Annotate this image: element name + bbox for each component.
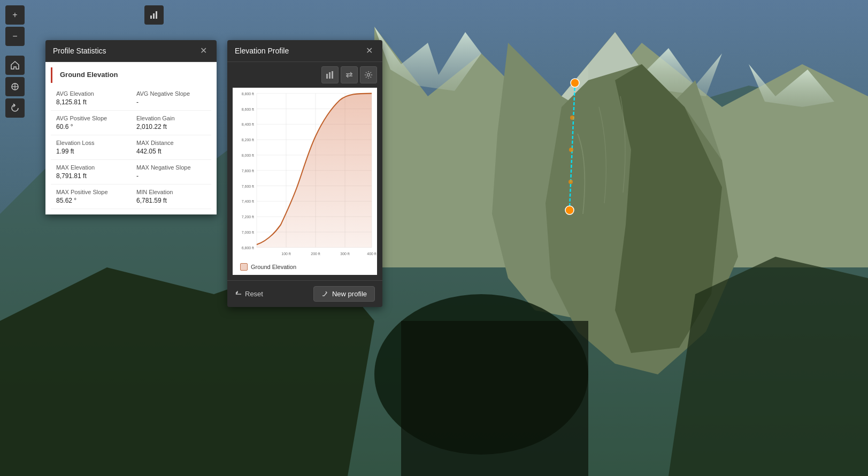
svg-point-20 [569,180,573,184]
home-button[interactable] [5,56,25,75]
stat-max-distance-value: 442.05 ft [136,148,206,155]
elevation-footer: Reset New profile [227,280,382,307]
svg-text:7,400 ft: 7,400 ft [242,199,254,204]
stat-max-negative-slope: MAX Negative Slope - [131,160,211,185]
svg-rect-27 [326,74,328,79]
stat-max-distance-label: MAX Distance [136,140,206,146]
reset-button[interactable]: Reset [235,290,263,298]
svg-text:8,200 ft: 8,200 ft [242,137,254,142]
stat-elevation-loss: Elevation Loss 1.99 ft [51,135,131,160]
stat-max-negative-slope-value: - [136,172,206,180]
chart-area: 8,800 ft 8,600 ft 8,400 ft 8,200 ft 8,00… [233,88,377,259]
back-button[interactable] [5,98,25,118]
svg-text:6,800 ft: 6,800 ft [242,245,254,250]
stat-min-elevation-label: MIN Elevation [136,189,206,195]
svg-text:8,600 ft: 8,600 ft [242,106,254,111]
stats-panel-header: Profile Statistics ✕ [45,40,217,62]
bar-chart-button[interactable] [321,66,339,83]
svg-text:7,600 ft: 7,600 ft [242,183,254,188]
stat-max-negative-slope-label: MAX Negative Slope [136,164,206,171]
stat-elevation-loss-label: Elevation Loss [56,140,126,146]
svg-rect-12 [401,321,588,476]
svg-text:8,800 ft: 8,800 ft [242,91,254,96]
zoom-out-button[interactable]: − [5,27,25,46]
chart-legend: Ground Elevation [233,259,377,275]
stat-max-elevation-value: 8,791.81 ft [56,172,126,180]
elevation-panel-close-button[interactable]: ✕ [364,45,375,56]
svg-text:7,200 ft: 7,200 ft [242,214,254,219]
elevation-panel-title: Elevation Profile [235,47,289,55]
swap-button[interactable] [341,66,358,83]
settings-button[interactable] [360,66,377,83]
svg-text:7,800 ft: 7,800 ft [242,168,254,173]
legend-label: Ground Elevation [251,264,296,270]
svg-point-18 [570,116,574,120]
svg-point-16 [571,79,579,87]
svg-rect-24 [150,16,152,19]
stat-avg-elevation: AVG Elevation 8,125.81 ft [51,86,131,111]
svg-text:7,000 ft: 7,000 ft [242,230,254,235]
chart-icon-button[interactable] [144,5,164,25]
stat-max-positive-slope-value: 85.62 ° [56,197,126,204]
svg-rect-29 [332,71,333,79]
svg-point-17 [565,206,574,214]
stat-max-positive-slope: MAX Positive Slope 85.62 ° [51,185,131,209]
stat-max-elevation-label: MAX Elevation [56,164,126,171]
stat-avg-positive-slope-value: 60.6 ° [56,123,126,130]
svg-text:100 ft: 100 ft [281,251,290,256]
stats-panel-title: Profile Statistics [53,47,106,55]
svg-rect-28 [329,72,331,79]
stat-max-distance: MAX Distance 442.05 ft [131,135,211,160]
stat-elevation-gain-label: Elevation Gain [136,115,206,121]
svg-point-30 [367,74,370,76]
stat-avg-negative-slope-value: - [136,98,206,106]
svg-point-19 [569,148,573,152]
elevation-panel-header: Elevation Profile ✕ [227,40,382,62]
new-profile-label: New profile [332,290,367,298]
reset-label: Reset [245,290,263,298]
stat-min-elevation: MIN Elevation 6,781.59 ft [131,185,211,209]
stats-panel-body: Ground Elevation AVG Elevation 8,125.81 … [45,62,217,214]
elevation-toolbar [227,62,382,88]
stat-avg-elevation-label: AVG Elevation [56,90,126,97]
stat-avg-negative-slope: AVG Negative Slope - [131,86,211,111]
svg-text:400 ft: 400 ft [367,251,376,256]
navigation-button[interactable] [5,77,25,96]
stat-avg-negative-slope-label: AVG Negative Slope [136,90,206,97]
stat-avg-positive-slope-label: AVG Positive Slope [56,115,126,121]
stats-grid: AVG Elevation 8,125.81 ft AVG Negative S… [45,86,217,209]
svg-rect-25 [153,13,155,19]
stat-elevation-gain-value: 2,010.22 ft [136,123,206,130]
svg-rect-26 [156,11,157,19]
svg-text:200 ft: 200 ft [311,251,320,256]
svg-text:8,000 ft: 8,000 ft [242,153,254,158]
zoom-in-button[interactable]: + [5,5,25,25]
elevation-profile-panel: Elevation Profile ✕ [227,40,382,307]
new-profile-button[interactable]: New profile [313,286,375,302]
legend-swatch [240,263,248,271]
stat-avg-elevation-value: 8,125.81 ft [56,98,126,106]
stat-max-positive-slope-label: MAX Positive Slope [56,189,126,195]
svg-text:8,400 ft: 8,400 ft [242,122,254,127]
stat-avg-positive-slope: AVG Positive Slope 60.6 ° [51,111,131,135]
left-toolbar: + − [0,0,30,476]
stat-elevation-gain: Elevation Gain 2,010.22 ft [131,111,211,135]
stat-min-elevation-value: 6,781.59 ft [136,197,206,204]
svg-text:300 ft: 300 ft [340,251,349,256]
stats-panel-close-button[interactable]: ✕ [198,45,209,56]
stat-elevation-loss-value: 1.99 ft [56,148,126,155]
profile-statistics-panel: Profile Statistics ✕ Ground Elevation AV… [45,40,217,214]
stats-section-title: Ground Elevation [51,67,217,83]
stat-max-elevation: MAX Elevation 8,791.81 ft [51,160,131,185]
